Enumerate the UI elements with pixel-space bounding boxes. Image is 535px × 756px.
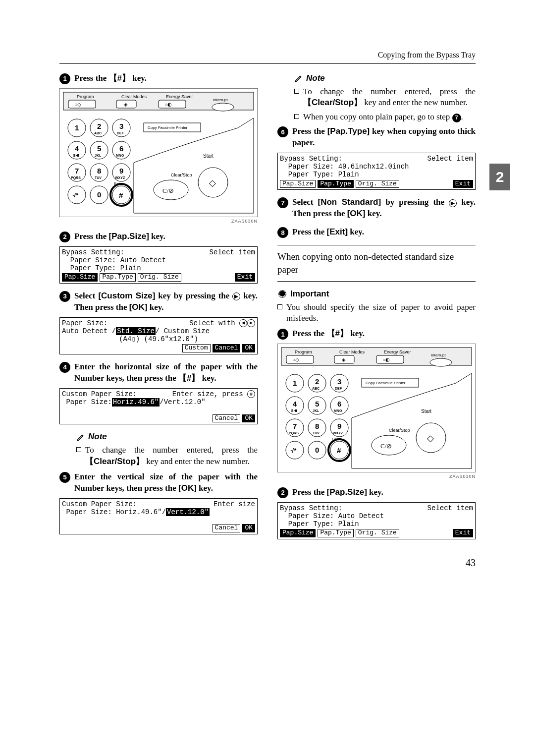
square-bullet-icon [277, 304, 282, 309]
step-text: key. [366, 209, 382, 218]
svg-text:Clear/Stop: Clear/Stop [171, 173, 192, 177]
step-number: 7 [277, 197, 288, 208]
step-text: Press the [292, 487, 327, 497]
svg-text:C/⊘: C/⊘ [162, 187, 174, 194]
svg-point-12 [212, 103, 234, 111]
lcd-button: Pap.Size [280, 529, 316, 537]
lcd-button: Pap.Type [100, 273, 135, 282]
pencil-icon [294, 74, 303, 83]
svg-text:ABC: ABC [312, 387, 320, 390]
svg-text:◇: ◇ [427, 433, 434, 443]
key-label: [OK] [129, 302, 148, 312]
pencil-icon [76, 433, 85, 442]
lcd-screen: Bypass Setting:Select item Paper Size: 4… [277, 153, 476, 190]
svg-text:○◇: ○◇ [292, 357, 299, 362]
svg-text:6: 6 [119, 144, 123, 153]
step-text: key. [197, 483, 213, 493]
lcd-screen: Bypass Setting:Select item Paper Size: A… [59, 246, 258, 284]
step-text: key. [130, 73, 147, 83]
key-label: [Pap.Size] [109, 232, 149, 241]
svg-text:5: 5 [97, 144, 101, 153]
key-label: [Pap.Type] [327, 126, 370, 136]
svg-text:6: 6 [337, 400, 341, 408]
svg-text:7: 7 [75, 167, 79, 175]
svg-text:○◐: ○◐ [382, 357, 390, 362]
svg-point-68 [430, 358, 452, 366]
svg-text:◈: ◈ [342, 357, 346, 362]
svg-text:9: 9 [337, 422, 341, 430]
step-text: key. [348, 227, 364, 236]
lcd-button: Orig. Size [138, 273, 181, 282]
svg-text:GHI: GHI [73, 154, 79, 157]
lcd-button: Pap.Type [318, 529, 353, 537]
diagram-code: ZAAS030N [277, 473, 476, 479]
note-text: To change the number entered, press the … [303, 86, 476, 109]
step-text: Select [74, 291, 98, 300]
step-text: Press the [292, 227, 327, 236]
svg-text:7: 7 [293, 422, 297, 430]
step-reference-icon: 7 [452, 114, 461, 122]
step-number: 8 [277, 227, 288, 238]
step-text: key. [367, 487, 383, 497]
step-number: 1 [59, 73, 70, 84]
hash-key-label: 【#】 [109, 73, 130, 83]
lcd-screen: Custom Paper Size:Enter size, press # Pa… [59, 388, 258, 424]
svg-text:Start: Start [421, 408, 431, 414]
step-number: 2 [277, 487, 288, 498]
svg-text:DEF: DEF [117, 131, 124, 135]
svg-text:8: 8 [315, 422, 319, 430]
svg-text:·/*: ·/* [72, 191, 79, 199]
svg-text:○◐: ○◐ [164, 102, 172, 107]
svg-text:MNO: MNO [334, 409, 342, 412]
step-text: key by pressing the [155, 291, 232, 300]
svg-text:Copy   Facsimile   Printer: Copy Facsimile Printer [366, 381, 406, 385]
svg-text:4: 4 [293, 400, 297, 408]
note-heading: Note [294, 73, 476, 84]
svg-text:Energy Saver: Energy Saver [166, 94, 193, 99]
key-label: [OK] [347, 209, 366, 218]
svg-text:DEF: DEF [335, 387, 342, 390]
svg-text:Clear Modes: Clear Modes [339, 349, 365, 354]
step-text: key. [149, 232, 165, 241]
svg-text:4: 4 [75, 144, 79, 153]
svg-text:5: 5 [315, 400, 319, 408]
svg-text:◇: ◇ [209, 178, 216, 188]
step-number: 3 [59, 291, 70, 302]
hash-key-label: 【#】 [178, 373, 200, 383]
step-text: Press the [74, 73, 109, 83]
lcd-button: OK [242, 344, 255, 352]
lcd-button: Pap.Type [318, 180, 353, 188]
svg-rect-9 [159, 100, 186, 108]
step-text: key. [200, 373, 216, 383]
keypad-diagram: Program Clear Modes Energy Saver ○◇ ◈ ○◐… [59, 88, 258, 217]
svg-text:Interrupt: Interrupt [431, 353, 446, 357]
key-label: [Non Standard] [318, 197, 381, 207]
lcd-button: Cancel [213, 344, 241, 352]
lcd-button: Exit [453, 529, 473, 537]
svg-text:Start: Start [203, 153, 214, 159]
svg-rect-5 [68, 100, 96, 108]
lcd-button: Pap.Size [280, 180, 316, 188]
square-bullet-icon [294, 114, 299, 119]
keypad-diagram: Program Clear Modes Energy Saver ○◇ ◈ ○◐… [277, 344, 476, 472]
svg-text:·/*: ·/* [290, 447, 297, 454]
svg-text:Program: Program [295, 349, 312, 354]
svg-text:Enter: Enter [114, 181, 123, 186]
key-label: [Pap.Size] [327, 487, 367, 497]
right-arrow-icon: ▶ [232, 292, 240, 300]
svg-text:JKL: JKL [95, 154, 102, 157]
svg-rect-61 [286, 355, 314, 363]
svg-text:PQRS: PQRS [289, 431, 299, 435]
svg-text:#: # [337, 446, 341, 455]
svg-text:MNO: MNO [116, 154, 124, 157]
lcd-screen: Custom Paper Size:Enter size Paper Size:… [59, 498, 258, 534]
lcd-button: Orig. Size [356, 180, 399, 188]
step-text: Press the [292, 126, 327, 136]
svg-text:Enter: Enter [332, 437, 341, 441]
svg-text:C/⊘: C/⊘ [380, 442, 392, 450]
step-text: key. [148, 302, 164, 312]
step-number: 5 [59, 472, 70, 483]
step-text: by pressing the [381, 197, 449, 207]
step-number: 6 [277, 126, 288, 137]
lcd-button: Exit [453, 180, 473, 188]
